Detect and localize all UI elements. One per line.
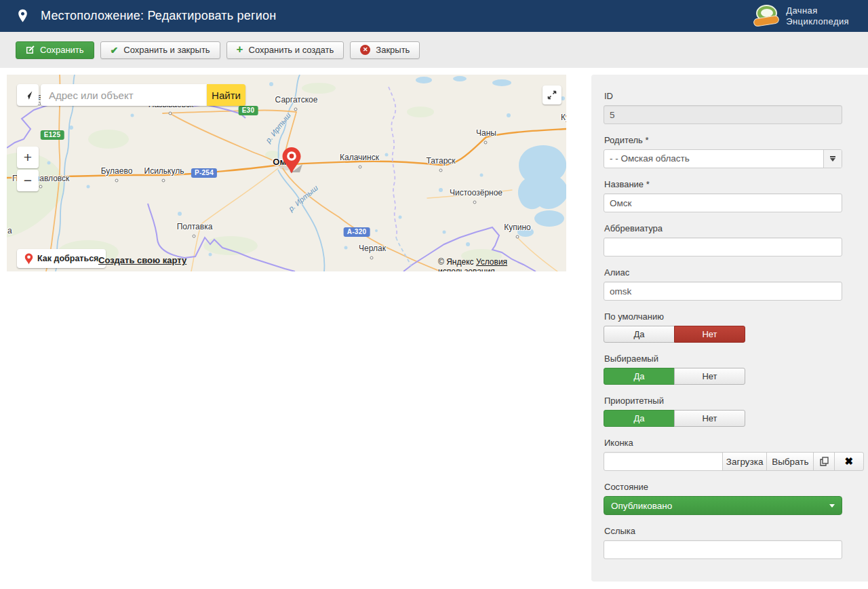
field-state: Состояние Опубликовано — [604, 482, 864, 515]
parent-select[interactable]: - - Омская область — [604, 149, 842, 168]
page-title: Местоположение: Редактировать регион — [41, 9, 276, 23]
save-close-button[interactable]: ✔ Сохранить и закрыть — [100, 41, 220, 59]
default-toggle: Да Нет — [604, 326, 745, 343]
road-badge: E30 — [239, 106, 258, 115]
alias-input[interactable] — [604, 282, 842, 301]
cancel-circle-icon: ✕ — [360, 45, 370, 55]
zoom-out-button[interactable]: − — [17, 170, 39, 191]
plus-icon: + — [237, 43, 243, 55]
road-badge: E125 — [41, 130, 64, 140]
map-city-label: Куйбышев — [561, 113, 566, 122]
geolocation-arrow-icon — [23, 90, 33, 100]
field-selectable: Выбираемый Да Нет — [604, 354, 864, 385]
app-header: Местоположение: Редактировать регион Дач… — [0, 0, 868, 32]
check-icon: ✔ — [111, 45, 119, 55]
selectable-toggle: Да Нет — [604, 368, 745, 385]
field-icon: Иконка Загрузка Выбрать ✖ — [604, 438, 864, 471]
priority-yes-button[interactable]: Да — [604, 410, 675, 427]
map-city-label: Саргатское — [275, 95, 318, 104]
map-city-label: Булаево — [101, 166, 133, 176]
map-city-dot — [370, 256, 374, 260]
state-label: Состояние — [604, 482, 864, 492]
map-city-label: а — [7, 226, 12, 235]
field-default: По умолчанию Да Нет — [604, 311, 864, 343]
field-parent: Родитель * - - Омская область — [604, 135, 864, 168]
icon-copy-button[interactable] — [813, 452, 834, 471]
icon-input[interactable] — [604, 452, 723, 471]
road-badge: А-320 — [344, 227, 370, 237]
field-link: Сслыка — [604, 526, 864, 559]
icon-select-button[interactable]: Выбрать — [766, 452, 814, 471]
map-city-dot — [193, 235, 196, 238]
parent-select-value: - - Омская область — [604, 150, 823, 168]
map-city-dot — [484, 141, 488, 145]
map-city-dot — [162, 179, 165, 183]
save-new-button[interactable]: + Сохранить и создать — [226, 41, 344, 59]
chevron-down-icon[interactable] — [823, 150, 842, 168]
alias-label: Алиас — [604, 267, 864, 278]
map-city-label: Исилькуль — [144, 166, 184, 176]
abbreviation-input[interactable] — [604, 238, 842, 256]
field-priority: Приоритетный Да Нет — [604, 396, 864, 427]
zoom-in-button[interactable]: + — [17, 147, 39, 168]
edit-form-panel: ID Родитель * - - Омская область Названи… — [591, 75, 868, 582]
map-search-input[interactable] — [41, 84, 207, 106]
selectable-label: Выбираемый — [604, 354, 864, 364]
red-pin-icon — [24, 253, 33, 265]
save-edit-icon — [26, 45, 35, 54]
map-city-dot — [169, 112, 172, 115]
site-logo-text: Дачная Энциклопедия — [786, 5, 849, 26]
create-own-map-link[interactable]: Создать свою карту — [98, 255, 186, 265]
map-city-label: Купино — [504, 223, 531, 232]
yandex-map[interactable]: НазываевскСаргатскоеОмскКалачинскТатарск… — [7, 75, 566, 271]
map-city-label: Черлак — [359, 244, 386, 253]
name-label: Название * — [604, 179, 864, 189]
location-pin-icon — [18, 9, 28, 23]
state-select[interactable]: Опубликовано — [604, 496, 842, 515]
name-input[interactable] — [604, 193, 842, 212]
map-city-label: Калачинск — [340, 153, 379, 162]
priority-no-button[interactable]: Нет — [674, 410, 745, 427]
geolocation-button[interactable] — [17, 84, 39, 106]
default-yes-button[interactable]: Да — [604, 326, 675, 343]
map-city-label: Полтавка — [177, 222, 213, 231]
fullscreen-arrows-icon — [547, 90, 557, 100]
chevron-down-icon — [829, 504, 835, 508]
priority-label: Приоритетный — [604, 396, 864, 406]
field-name: Название * — [604, 179, 864, 212]
map-city-dot — [473, 201, 477, 204]
save-button[interactable]: Сохранить — [16, 41, 94, 59]
selectable-no-button[interactable]: Нет — [674, 368, 745, 385]
field-abbreviation: Аббревиатура — [604, 223, 864, 256]
close-button[interactable]: ✕ Закрыть — [350, 41, 420, 59]
map-city-dot — [439, 169, 443, 172]
fullscreen-button[interactable] — [542, 86, 561, 104]
map-city-label: Чистоозёрное — [450, 188, 502, 197]
map-city-dot — [115, 179, 119, 183]
site-logo: Дачная Энциклопедия — [753, 4, 849, 28]
link-input[interactable] — [604, 540, 842, 559]
road-badge: Р-254 — [191, 168, 217, 178]
default-no-button[interactable]: Нет — [674, 326, 745, 343]
map-find-button[interactable]: Найти — [207, 84, 245, 106]
map-river-label: р. Иртыш — [287, 183, 319, 212]
icon-clear-button[interactable]: ✖ — [834, 452, 864, 471]
parent-label: Родитель * — [604, 135, 864, 145]
id-label: ID — [604, 91, 864, 101]
link-label: Сслыка — [604, 526, 864, 536]
copy-icon — [820, 457, 829, 466]
field-alias: Алиас — [604, 267, 864, 301]
map-city-dot — [39, 185, 43, 189]
directions-button[interactable]: Как добраться — [17, 249, 106, 268]
icon-upload-button[interactable]: Загрузка — [722, 452, 767, 471]
state-select-value: Опубликовано — [611, 501, 672, 511]
map-placemark-omsk[interactable] — [281, 147, 306, 175]
map-river-label: р. Иртыш — [264, 111, 292, 145]
field-id: ID — [604, 91, 864, 124]
map-city-label: Татарск — [426, 156, 455, 166]
default-label: По умолчанию — [604, 311, 864, 322]
selectable-yes-button[interactable]: Да — [604, 368, 675, 385]
clear-x-icon: ✖ — [845, 455, 854, 468]
priority-toggle: Да Нет — [604, 410, 745, 427]
site-logo-icon — [753, 4, 779, 28]
